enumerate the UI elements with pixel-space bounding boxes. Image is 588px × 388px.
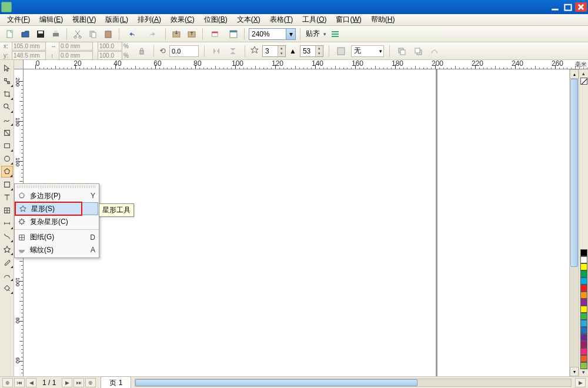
basic-shapes-tool[interactable] bbox=[1, 179, 13, 190]
pick-tool[interactable] bbox=[1, 62, 13, 74]
height-input[interactable] bbox=[59, 51, 93, 60]
zoom-tool[interactable] bbox=[1, 101, 13, 113]
last-page-button[interactable]: ⏭ bbox=[74, 378, 84, 387]
crop-tool[interactable] bbox=[1, 88, 13, 100]
to-front-button[interactable] bbox=[395, 45, 408, 58]
star-sharp-spin[interactable]: 53▴▾ bbox=[300, 45, 323, 57]
dimension-tool[interactable] bbox=[1, 218, 13, 229]
first-page-button[interactable]: ⏮ bbox=[14, 378, 25, 387]
color-swatch[interactable] bbox=[580, 256, 587, 263]
outline-tool[interactable] bbox=[1, 269, 13, 281]
prev-page-button[interactable]: ◀ bbox=[26, 378, 36, 387]
palette-up[interactable]: ▴ bbox=[582, 71, 585, 78]
ellipse-tool[interactable] bbox=[1, 153, 13, 165]
scaley-input[interactable] bbox=[98, 51, 122, 60]
color-swatch[interactable] bbox=[580, 327, 587, 334]
to-back-button[interactable] bbox=[412, 45, 425, 58]
menu-item[interactable]: 文件(F) bbox=[2, 14, 35, 26]
color-swatch[interactable] bbox=[580, 355, 587, 362]
menu-item[interactable]: 窗口(W) bbox=[331, 14, 366, 26]
maximize-button[interactable] bbox=[562, 2, 574, 12]
freehand-tool[interactable] bbox=[1, 114, 13, 126]
color-swatch[interactable] bbox=[580, 285, 587, 292]
menu-item[interactable]: 排列(A) bbox=[133, 14, 166, 26]
page-tab[interactable]: 页 1 bbox=[101, 376, 131, 389]
open-button[interactable] bbox=[19, 28, 32, 41]
connector-tool[interactable] bbox=[1, 230, 13, 242]
lock-ratio-button[interactable] bbox=[135, 45, 148, 58]
new-doc-button[interactable] bbox=[4, 28, 16, 41]
add-page-after-button[interactable]: ⊕ bbox=[85, 378, 96, 387]
horizontal-scrollbar[interactable] bbox=[135, 379, 572, 387]
text-tool[interactable] bbox=[1, 192, 13, 203]
zoom-combo[interactable]: 240%▾ bbox=[249, 28, 296, 40]
eyedrop-tool[interactable] bbox=[1, 256, 13, 268]
wrap-text-button[interactable] bbox=[335, 45, 348, 58]
smartfill-tool[interactable] bbox=[1, 127, 13, 139]
x-input[interactable] bbox=[12, 42, 46, 51]
color-swatch[interactable] bbox=[580, 306, 587, 313]
menu-item[interactable]: 位图(B) bbox=[199, 14, 232, 26]
horizontal-ruler[interactable]: 020406080100120140160180200220240260 毫米 bbox=[14, 60, 588, 69]
rotation-input[interactable] bbox=[169, 45, 199, 57]
shape-tool[interactable] bbox=[1, 75, 13, 87]
save-button[interactable] bbox=[34, 28, 47, 41]
menu-item[interactable]: 文本(X) bbox=[232, 14, 265, 26]
flyout-item-graphpaper[interactable]: 图纸(G)D bbox=[15, 229, 99, 243]
menu-item[interactable]: 帮助(H) bbox=[366, 14, 400, 26]
redo-button[interactable] bbox=[143, 28, 161, 41]
no-color-swatch[interactable] bbox=[580, 78, 587, 85]
outline-width-combo[interactable]: 无▾ bbox=[351, 45, 384, 57]
scalex-input[interactable] bbox=[98, 42, 122, 51]
table-tool[interactable] bbox=[1, 205, 13, 216]
color-swatch[interactable] bbox=[580, 263, 587, 270]
rect-tool[interactable] bbox=[1, 140, 13, 152]
convert-curves-button[interactable] bbox=[428, 45, 441, 58]
menu-item[interactable]: 效果(C) bbox=[166, 14, 199, 26]
color-swatch[interactable] bbox=[580, 362, 587, 369]
mirror-v-button[interactable] bbox=[226, 45, 239, 58]
flyout-item-spiral[interactable]: 螺纹(S)A bbox=[15, 243, 99, 256]
menu-item[interactable]: 视图(V) bbox=[68, 14, 101, 26]
color-swatch[interactable] bbox=[580, 270, 587, 277]
welcome-button[interactable] bbox=[227, 28, 240, 41]
export-button[interactable] bbox=[185, 28, 198, 41]
vertical-scrollbar[interactable]: ▴ ▾ bbox=[569, 69, 579, 376]
scroll-right-button[interactable]: ▶ bbox=[575, 378, 586, 387]
color-swatch[interactable] bbox=[580, 249, 587, 256]
width-input[interactable] bbox=[59, 42, 93, 51]
copy-button[interactable] bbox=[86, 28, 99, 41]
app-launcher-button[interactable] bbox=[207, 28, 225, 41]
paste-button[interactable] bbox=[102, 28, 115, 41]
y-input[interactable] bbox=[12, 51, 46, 60]
close-button[interactable] bbox=[575, 2, 587, 12]
next-page-button[interactable]: ▶ bbox=[62, 378, 72, 387]
color-swatch[interactable] bbox=[580, 292, 587, 299]
color-swatch[interactable] bbox=[580, 341, 587, 348]
star-points-spin[interactable]: 3▴▾ bbox=[262, 45, 286, 57]
options-button[interactable] bbox=[329, 28, 342, 41]
menu-item[interactable]: 工具(O) bbox=[298, 14, 331, 26]
flyout-handle[interactable] bbox=[17, 185, 96, 188]
menu-item[interactable]: 版面(L) bbox=[101, 14, 133, 26]
add-page-button[interactable]: ⊕ bbox=[2, 378, 13, 387]
color-swatch[interactable] bbox=[580, 277, 587, 285]
effects-tool[interactable] bbox=[1, 243, 13, 255]
import-button[interactable] bbox=[170, 28, 183, 41]
flyout-item-polygon[interactable]: 多边形(P)Y bbox=[15, 189, 99, 202]
color-swatch[interactable] bbox=[580, 334, 587, 341]
mirror-h-button[interactable] bbox=[210, 45, 223, 58]
scroll-up-button[interactable]: ▴ bbox=[570, 69, 579, 79]
menu-item[interactable]: 编辑(E) bbox=[35, 14, 68, 26]
color-swatch[interactable] bbox=[580, 313, 587, 320]
undo-button[interactable] bbox=[123, 28, 141, 41]
color-swatch[interactable] bbox=[580, 348, 587, 355]
canvas[interactable] bbox=[24, 69, 569, 376]
snap-label[interactable]: 贴齐 bbox=[305, 29, 321, 39]
color-swatch[interactable] bbox=[580, 320, 587, 327]
print-button[interactable] bbox=[49, 28, 62, 41]
minimize-button[interactable] bbox=[549, 2, 561, 12]
palette-down[interactable]: ▾ bbox=[582, 369, 585, 376]
fill-tool[interactable] bbox=[1, 282, 13, 294]
scroll-thumb[interactable] bbox=[570, 79, 578, 267]
